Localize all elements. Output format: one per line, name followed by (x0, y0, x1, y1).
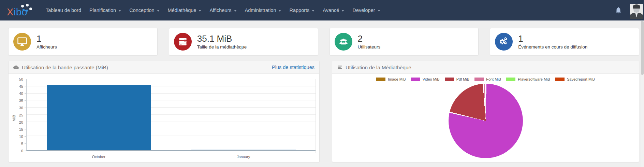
y-tick-label: 25 (19, 113, 23, 117)
plot-area (26, 79, 316, 151)
bandwidth-panel-title: Utilisation de la bande passante (MiB) (22, 65, 108, 70)
library-size-label: Taille de la médiathèque (197, 44, 247, 50)
xibo-logo[interactable]: Xibo (7, 1, 33, 19)
legend-label: Savedreport MiB (567, 77, 595, 81)
main-menu: Tableau de bord Planification Conception… (42, 0, 384, 20)
legend-label: Video MiB (423, 77, 440, 81)
card-library-size: 35.1 MiB Taille de la médiathèque (169, 28, 318, 55)
logo-dot (26, 10, 28, 12)
legend-label: Pdf MiB (456, 77, 470, 81)
chevron-down-icon (378, 10, 380, 12)
card-users: 2 Utilisateurs (330, 28, 479, 55)
legend-item[interactable]: Savedreport MiB (555, 77, 595, 81)
card-events: 1 Événements en cours de diffusion (490, 28, 639, 55)
legend-swatch (411, 78, 420, 81)
legend-swatch (555, 78, 565, 81)
y-tick-label: 40 (19, 92, 23, 96)
monitor-icon (13, 33, 31, 51)
avatar-hair (633, 4, 640, 9)
nav-item-avance[interactable]: Avancé (319, 0, 348, 20)
pie (449, 84, 523, 158)
scrollbar[interactable] (641, 20, 644, 167)
chevron-down-icon (312, 10, 314, 12)
bar-january (191, 150, 295, 150)
users-label: Utilisateurs (358, 44, 381, 50)
users-icon (335, 33, 352, 51)
bandwidth-panel-header: Utilisation de la bande passante (MiB) P… (9, 61, 319, 74)
library-size-value: 35.1 MiB (197, 34, 247, 44)
nav-item-planification[interactable]: Planification (85, 0, 125, 20)
vertical-gridline (171, 79, 171, 153)
panels-row: Utilisation de la bande passante (MiB) P… (8, 61, 639, 162)
y-tick-label: 45 (19, 84, 23, 88)
legend-swatch (474, 78, 484, 81)
x-axis: OctoberJanuary (26, 152, 316, 161)
legend-swatch (376, 78, 385, 81)
logo-dot (23, 9, 25, 11)
legend-swatch (506, 78, 515, 81)
chevron-down-icon (341, 10, 344, 12)
bell-icon[interactable] (615, 6, 622, 14)
legend-item[interactable]: Font MiB (474, 77, 501, 81)
y-tick-label: 15 (19, 127, 23, 131)
nav-item-dashboard[interactable]: Tableau de bord (42, 0, 85, 20)
scrollbar-thumb[interactable] (641, 21, 644, 75)
legend-item[interactable]: Video MiB (411, 77, 440, 81)
y-tick-label: 10 (19, 135, 23, 139)
logo-dot (26, 4, 29, 6)
top-navbar: Xibo Tableau de bord Planification Conce… (0, 0, 644, 20)
tasks-icon (337, 65, 342, 70)
vertical-gridline (316, 79, 316, 153)
chevron-down-icon (234, 10, 237, 12)
y-tick-label: 5 (21, 142, 23, 146)
user-avatar[interactable] (630, 4, 643, 19)
pie-legend: Image MiBVideo MiBPdf MiBFont MiBPlayers… (332, 77, 639, 81)
xibo-logo-text: Xibo (7, 6, 27, 18)
gridline (27, 79, 316, 79)
legend-item[interactable]: Pdf MiB (445, 77, 470, 81)
users-count: 2 (358, 34, 381, 44)
cloud-download-icon (13, 65, 19, 70)
gears-icon (495, 33, 513, 51)
y-axis: 05101520253035404550 (15, 79, 26, 151)
events-count: 1 (518, 34, 587, 44)
chevron-down-icon (278, 10, 281, 12)
library-panel-header: Utilisation de la Médiathèque (332, 61, 639, 74)
nav-item-conception[interactable]: Conception (125, 0, 163, 20)
nav-item-afficheurs[interactable]: Afficheurs (205, 0, 240, 20)
bandwidth-panel: Utilisation de la bande passante (MiB) P… (8, 61, 320, 162)
legend-label: Image MiB (388, 77, 406, 81)
displays-count: 1 (36, 34, 57, 44)
nav-item-developer[interactable]: Developer (348, 0, 384, 20)
more-statistics-link[interactable]: Plus de statistiques (272, 65, 314, 70)
chevron-down-icon (157, 10, 160, 12)
library-pie-chart: Image MiBVideo MiBPdf MiBFont MiBPlayers… (332, 74, 639, 158)
x-tick-label: January (237, 155, 250, 159)
legend-label: Playersoftware MiB (518, 77, 550, 81)
stat-cards-row: 1 Afficheurs 35.1 MiB Taille de la média… (8, 28, 639, 55)
chevron-down-icon (199, 10, 201, 12)
chevron-down-icon (118, 10, 121, 12)
legend-label: Font MiB (486, 77, 501, 81)
y-tick-label: 30 (19, 106, 23, 110)
bar-october (47, 85, 151, 150)
nav-item-administration[interactable]: Administration (241, 0, 286, 20)
nav-item-mediatheque[interactable]: Médiathèque (164, 0, 206, 20)
server-icon (174, 33, 192, 51)
legend-swatch (445, 78, 454, 81)
nav-item-rapports[interactable]: Rapports (285, 0, 319, 20)
library-usage-panel: Utilisation de la Médiathèque Image MiBV… (332, 61, 639, 162)
y-tick-label: 0 (21, 149, 23, 153)
x-tick-label: October (92, 155, 105, 159)
y-tick-label: 20 (19, 120, 23, 124)
events-label: Événements en cours de diffusion (518, 44, 587, 50)
legend-item[interactable]: Playersoftware MiB (506, 77, 550, 81)
library-panel-title: Utilisation de la Médiathèque (346, 65, 411, 70)
logo-dot (29, 8, 32, 10)
y-tick-label: 35 (19, 99, 23, 103)
navbar-right (615, 2, 644, 19)
card-displays: 1 Afficheurs (8, 28, 158, 55)
legend-item[interactable]: Image MiB (376, 77, 406, 81)
displays-label: Afficheurs (36, 44, 57, 50)
logo-dot (21, 5, 24, 8)
